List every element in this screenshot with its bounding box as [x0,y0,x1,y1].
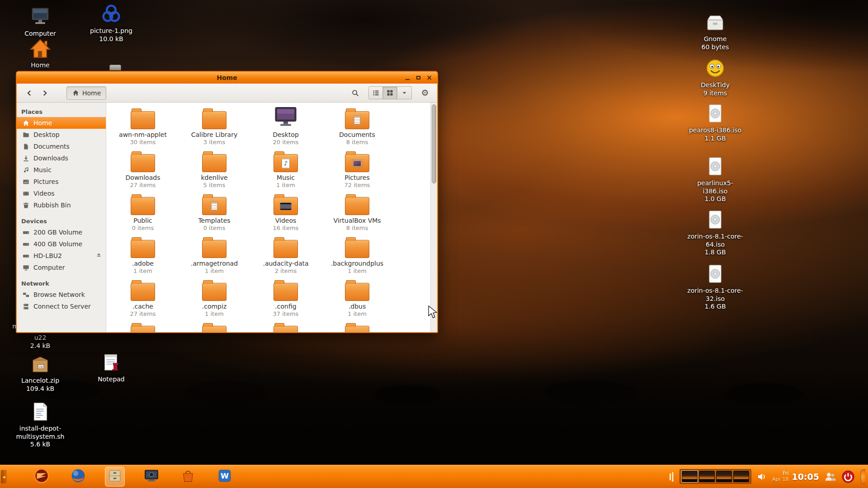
sidebar-item-documents[interactable]: Documents [17,141,106,152]
file-item-desktop[interactable]: Desktop20 items [250,103,321,146]
folder-icon [131,154,155,172]
list-view-button[interactable] [368,86,383,99]
desktop-icon-install-depot-multisystem-sh[interactable]: install-depot-multisystem.sh5.6 kB [12,400,68,449]
grid-view-button[interactable] [383,86,397,99]
file-item-adobe[interactable]: .adobe1 item [107,232,179,275]
file-item-downloads[interactable]: Downloads27 items [107,146,179,189]
breadcrumb-home-button[interactable]: Home [66,86,106,100]
window-titlebar[interactable]: Home × [17,72,437,84]
file-item-armagetronad[interactable]: .armagetronad1 item [179,232,250,275]
sidebar-item-computer[interactable]: Computer [17,262,106,273]
sidebar-item-label: Computer [33,264,65,271]
panel-handle[interactable]: ◂ [1,470,7,483]
desktop-icon-pearlinux5-i386-iso[interactable]: pearlinux5-i386.iso1.0 GB [687,155,743,203]
file-item-documents[interactable]: Documents8 items [321,103,393,146]
desktop-icon-lancelot-zip[interactable]: zipLancelot.zip109.4 kB [12,352,68,393]
maximize-button[interactable] [415,74,422,81]
desktop-icon-computer[interactable]: Computer [12,5,68,38]
smiley-icon [705,57,726,80]
scrollbar-track[interactable] [430,103,437,332]
launcher-screenshot-tool[interactable] [142,467,161,487]
sidebar-item-200-gb-volume[interactable]: 200 GB Volume [17,226,106,238]
file-item-music[interactable]: ♪Music1 item [250,146,321,189]
file-item-partially-visible[interactable] [179,318,250,332]
workspace-thumbnail-4[interactable] [733,471,749,482]
sidebar-item-music[interactable]: Music [17,164,106,176]
sidebar-item-rubbish-bin[interactable]: Rubbish Bin [17,199,106,211]
folder-icon [131,197,155,215]
file-item-templates[interactable]: Templates0 items [179,189,250,232]
desktop-icon-zorin-os-8-1-core-64-iso[interactable]: zorin-os-8.1-core-64.iso1.8 GB [687,208,743,257]
search-button[interactable] [349,86,362,100]
file-item-dbus[interactable]: .dbus1 item [321,275,393,318]
power-button[interactable] [841,470,855,483]
document-emblem [353,115,361,126]
file-item-cache[interactable]: .cache27 items [107,275,179,318]
file-item-virtualbox-vms[interactable]: VirtualBox VMs8 items [321,189,393,232]
volume-icon[interactable] [756,471,767,482]
desktop-icon-zorin-os-8-1-core-32-iso[interactable]: zorin-os-8.1-core-32.iso1.6 GB [687,263,743,311]
sidebar-item-400-gb-volume[interactable]: 400 GB Volume [17,238,106,250]
desktop-icon-home[interactable]: Home [12,37,68,70]
file-item-config[interactable]: .config37 items [250,275,321,318]
file-item-awn-nm-applet[interactable]: awn-nm-applet30 items [107,103,179,146]
launcher-software-center[interactable] [178,467,198,487]
file-name: Documents [339,131,375,138]
desktop-icon-picture-1-png[interactable]: picture-1.png10.0 kB [83,3,139,43]
workspace-thumbnail-3[interactable] [716,471,732,482]
desktop-icon-label: zorin-os-8.1-core-64.iso [687,233,743,249]
forward-button[interactable] [38,86,52,100]
file-item-audacity-data[interactable]: .audacity-data2 items [250,232,321,275]
notepad-icon [101,351,122,374]
launcher-word-processor[interactable]: W [215,467,235,487]
file-count: 2 items [275,267,297,274]
file-item-partially-visible[interactable] [321,318,393,332]
eject-icon[interactable] [96,252,102,259]
desktop-icon-gnome[interactable]: Gnome60 bytes [687,11,743,51]
file-manager-window: Home × Home [16,71,438,333]
file-item-pictures[interactable]: Pictures72 items [321,146,393,189]
launcher-web-browser[interactable] [68,467,88,487]
file-item-calibre-library[interactable]: Calibre Library3 items [179,103,250,146]
desktop-icon-notepad[interactable]: Notepad [83,351,139,384]
sidebar-item-label: Rubbish Bin [33,202,71,209]
network-icon [22,291,30,298]
desktop-icon-desktidy[interactable]: DeskTidy9 items [687,57,743,97]
sidebar-item-pictures[interactable]: Pictures [17,176,106,188]
sidebar-item-home[interactable]: Home [17,117,106,129]
sidebar-item-hd-lbu2[interactable]: HD-LBU2 [17,250,106,262]
indicator-bars-icon[interactable] [669,470,675,483]
folder-icon [274,240,298,258]
file-item-public[interactable]: Public0 items [107,189,179,232]
clipped-tray-icon[interactable] [861,469,865,484]
desktop-icon-pearos8-i386-iso[interactable]: pearos8-i386.iso1.1 GB [687,102,743,142]
user-sessions-icon[interactable] [824,471,836,483]
file-name: Calibre Library [191,131,237,138]
sidebar-item-videos[interactable]: Videos [17,188,106,199]
workspace-thumbnail-2[interactable] [699,471,715,482]
clock[interactable]: Fri Apr 18 10:05 [772,471,819,482]
sidebar-item-desktop[interactable]: Desktop [17,129,106,141]
partially-hidden-icon[interactable] [109,65,121,70]
file-item-partially-visible[interactable] [250,318,321,332]
launcher-file-manager[interactable] [105,467,125,487]
sidebar-item-downloads[interactable]: Downloads [17,152,106,164]
scrollbar-thumb[interactable] [432,104,436,183]
workspace-thumbnail-1[interactable] [682,471,698,482]
sidebar-item-label: Videos [33,190,55,197]
sidebar-item-label: 400 GB Volume [33,240,82,248]
file-item-backgroundplus[interactable]: .backgroundplus1 item [321,232,393,275]
desktop-icon-size: 9 items [703,89,727,98]
sidebar-item-browse-network[interactable]: Browse Network [17,289,106,300]
close-button[interactable]: × [425,74,433,81]
file-item-partially-visible[interactable] [107,318,179,332]
minimize-button[interactable] [404,74,411,81]
launcher-zorin-menu[interactable] [32,467,52,487]
gear-menu-button[interactable]: ⚙ [418,86,432,100]
sidebar-item-connect-to-server[interactable]: Connect to Server [17,300,106,312]
file-item-videos[interactable]: Videos16 items [250,189,321,232]
back-button[interactable] [22,86,36,100]
file-item-compiz[interactable]: .compiz1 item [179,275,250,318]
file-item-kdenlive[interactable]: kdenlive5 items [179,146,250,189]
zoom-dropdown-button[interactable] [397,86,412,99]
